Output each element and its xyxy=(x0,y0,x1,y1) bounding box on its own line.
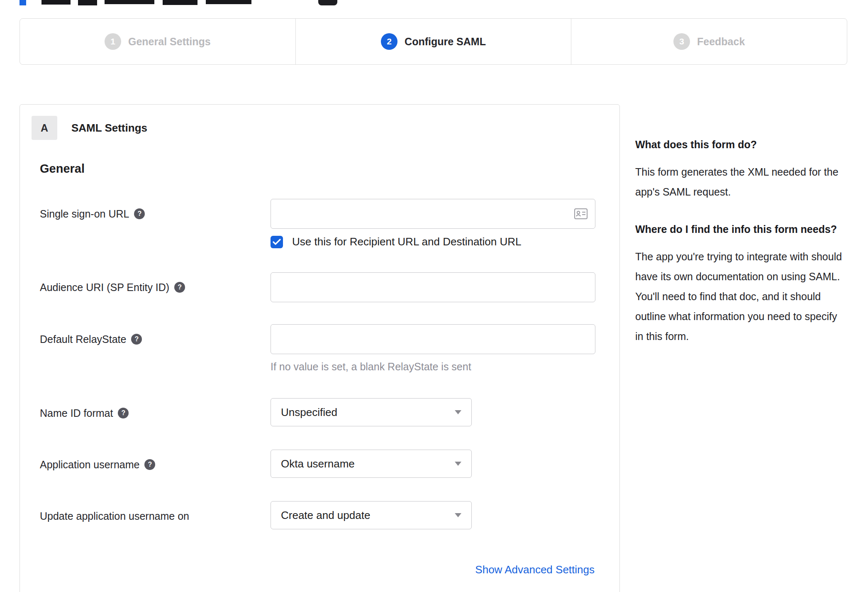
panel-header: A SAML Settings xyxy=(32,116,619,140)
clipped-header-text xyxy=(41,0,71,5)
field-name-id-format: Name ID format ? Unspecified xyxy=(40,398,619,426)
step-label: General Settings xyxy=(128,36,211,48)
step-feedback[interactable]: 3 Feedback xyxy=(571,19,847,64)
relay-state-hint: If no value is set, a blank RelayState i… xyxy=(271,361,619,373)
sso-url-input-wrap xyxy=(271,199,595,229)
step-label: Configure SAML xyxy=(405,36,486,48)
field-label: Name ID format ? xyxy=(40,398,271,426)
step-general-settings[interactable]: 1 General Settings xyxy=(20,19,295,64)
step-label: Feedback xyxy=(697,36,745,48)
chevron-down-icon xyxy=(455,410,461,414)
relay-state-input[interactable] xyxy=(271,325,595,354)
step-number-badge: 1 xyxy=(105,33,121,50)
contact-card-icon[interactable] xyxy=(574,208,588,221)
help-answer-2: The app you're trying to integrate with … xyxy=(635,247,843,346)
help-sidebar: What does this form do? This form genera… xyxy=(635,135,843,346)
field-label: Single sign-on URL ? xyxy=(40,199,271,248)
help-icon[interactable]: ? xyxy=(144,459,155,470)
field-sso-url: Single sign-on URL ? xyxy=(40,199,619,248)
field-label: Default RelayState ? xyxy=(40,324,271,373)
help-icon[interactable]: ? xyxy=(134,208,145,219)
field-audience-uri: Audience URI (SP Entity ID) ? xyxy=(40,272,619,302)
clipped-header-text xyxy=(105,0,154,4)
field-relay-state: Default RelayState ? If no value is set,… xyxy=(40,324,619,373)
show-advanced-settings-link[interactable]: Show Advanced Settings xyxy=(475,563,595,576)
update-application-username-label: Update application username on xyxy=(40,509,189,523)
field-application-username: Application username ? Okta username xyxy=(40,450,619,478)
help-question-1: What does this form do? xyxy=(635,135,843,154)
clipped-header-icon xyxy=(318,0,337,5)
saml-settings-panel: A SAML Settings General Single sign-on U… xyxy=(20,104,620,592)
selected-value: Create and update xyxy=(281,509,455,522)
field-update-application-username: Update application username on Create an… xyxy=(40,501,619,529)
chevron-down-icon xyxy=(455,513,461,517)
field-label: Application username ? xyxy=(40,450,271,478)
wizard-stepper: 1 General Settings 2 Configure SAML 3 Fe… xyxy=(20,18,847,65)
clipped-header-text xyxy=(206,0,251,4)
audience-uri-input-wrap xyxy=(271,272,595,302)
recipient-url-check-row: Use this for Recipient URL and Destinati… xyxy=(271,235,619,248)
help-icon[interactable]: ? xyxy=(131,334,142,345)
advanced-settings-row: Show Advanced Settings xyxy=(20,563,595,576)
clipped-header-text xyxy=(78,0,97,5)
sso-url-label: Single sign-on URL xyxy=(40,207,129,220)
recipient-url-checkbox[interactable] xyxy=(271,236,283,248)
name-id-format-label: Name ID format xyxy=(40,406,113,420)
step-configure-saml[interactable]: 2 Configure SAML xyxy=(295,19,571,64)
help-question-2: Where do I find the info this form needs… xyxy=(635,220,843,238)
help-icon[interactable]: ? xyxy=(174,282,185,293)
application-username-select[interactable]: Okta username xyxy=(271,450,472,478)
section-a-badge: A xyxy=(32,116,57,140)
chevron-down-icon xyxy=(455,462,461,466)
relay-state-input-wrap xyxy=(271,324,595,354)
update-application-username-select[interactable]: Create and update xyxy=(271,501,472,529)
clipped-header-accent xyxy=(20,0,26,5)
selected-value: Unspecified xyxy=(281,406,455,419)
field-label: Audience URI (SP Entity ID) ? xyxy=(40,272,271,302)
application-username-label: Application username xyxy=(40,458,139,471)
panel-title: SAML Settings xyxy=(71,122,147,135)
help-answer-1: This form generates the XML needed for t… xyxy=(635,162,843,202)
audience-uri-input[interactable] xyxy=(271,273,595,302)
relay-state-label: Default RelayState xyxy=(40,333,126,346)
step-number-badge: 3 xyxy=(673,33,690,50)
field-label: Update application username on xyxy=(40,501,271,529)
general-section-heading: General xyxy=(40,162,619,176)
clipped-header-text xyxy=(163,0,197,5)
selected-value: Okta username xyxy=(281,457,455,470)
audience-uri-label: Audience URI (SP Entity ID) xyxy=(40,281,169,294)
help-icon[interactable]: ? xyxy=(118,408,129,418)
recipient-url-checkbox-label: Use this for Recipient URL and Destinati… xyxy=(292,235,522,248)
name-id-format-select[interactable]: Unspecified xyxy=(271,398,472,426)
step-number-badge: 2 xyxy=(381,33,397,50)
sso-url-input[interactable] xyxy=(271,199,595,228)
